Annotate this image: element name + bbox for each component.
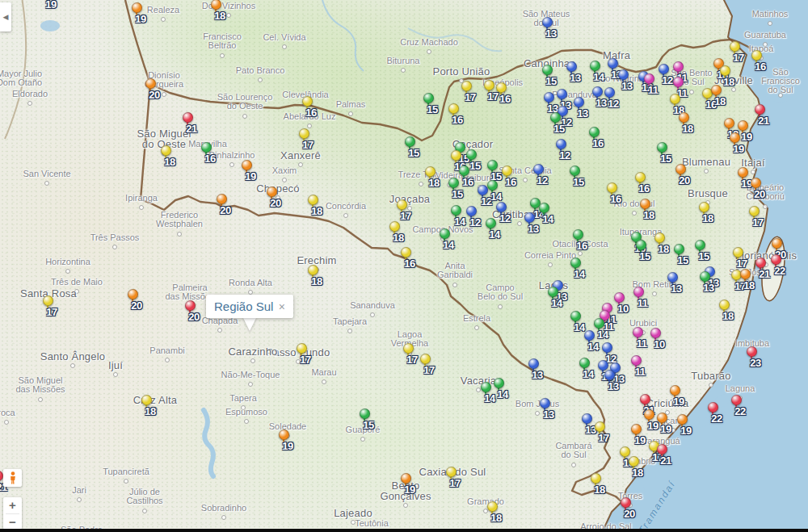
marker-ball-icon <box>308 265 318 275</box>
marker-ball-icon <box>360 408 370 419</box>
marker-ball-icon <box>719 300 730 310</box>
marker-ball-icon <box>673 61 684 72</box>
marker-temperature-value: 13 <box>564 72 587 84</box>
marker-temperature-value: 19 <box>675 425 697 437</box>
marker-temperature-value: 18 <box>158 156 181 168</box>
marker-temperature-value: 15 <box>671 254 694 266</box>
marker-ball-icon <box>43 295 53 306</box>
marker-temperature-value: 21 <box>180 123 203 135</box>
marker-ball-icon <box>644 409 654 420</box>
marker-temperature-value: 16 <box>494 93 516 105</box>
marker-ball-icon <box>570 258 581 268</box>
marker-ball-icon <box>548 287 558 297</box>
marker-ball-icon <box>297 343 307 354</box>
marker-temperature-value: 16 <box>749 61 772 73</box>
marker-ball-icon <box>397 199 407 210</box>
marker-temperature-value: 17 <box>444 477 466 489</box>
marker-temperature-value: 15 <box>548 123 570 135</box>
marker-ball-icon <box>636 240 646 250</box>
marker-temperature-value: 19 <box>129 13 152 25</box>
marker-temperature-value: 20 <box>214 204 237 216</box>
marker-ball-icon <box>242 160 252 170</box>
marker-ball-icon <box>217 194 227 204</box>
marker-ball-icon <box>448 178 459 188</box>
marker-temperature-value: 20 <box>125 300 148 312</box>
collapse-panel-button[interactable]: ◀ <box>0 2 11 31</box>
pegman-button[interactable] <box>3 469 22 487</box>
marker-ball-icon <box>420 354 431 364</box>
marker-temperature-value: 22 <box>768 265 791 277</box>
marker-ball-icon <box>405 136 415 147</box>
marker-ball-icon <box>496 82 507 93</box>
marker-temperature-value: 20 <box>673 174 696 186</box>
marker-ball-icon <box>659 64 669 74</box>
marker-ball-icon <box>542 65 553 75</box>
marker-temperature-value: 14 <box>591 329 614 341</box>
marker-temperature-value: 18 <box>208 10 231 22</box>
marker-ball-icon <box>401 247 411 258</box>
marker-temperature-value: 13 <box>540 27 562 40</box>
zoom-in-button[interactable]: + <box>3 497 22 513</box>
marker-ball-icon <box>604 370 615 380</box>
marker-temperature-value: 20 <box>143 89 166 101</box>
marker-ball-icon <box>740 269 751 279</box>
marker-ball-icon <box>161 145 171 156</box>
marker-temperature-value: 14 <box>568 268 591 280</box>
marker-temperature-value: 16 <box>499 176 522 188</box>
marker-ball-icon <box>621 497 631 508</box>
marker-temperature-value: 18 <box>423 177 445 189</box>
marker-ball-icon <box>730 132 740 143</box>
bottom-black-bar <box>0 529 808 532</box>
marker-ball-icon <box>592 86 603 97</box>
marker-temperature-value: 18 <box>305 275 328 287</box>
marker-ball-icon <box>608 58 618 69</box>
marker-temperature-value: 22 <box>729 405 751 417</box>
marker-ball-icon <box>755 258 766 268</box>
marker-temperature-value: 17 <box>394 210 417 222</box>
marker-ball-icon <box>425 166 436 177</box>
marker-ball-icon <box>183 112 193 123</box>
zoom-out-button[interactable]: − <box>3 514 22 530</box>
marker-temperature-value: 16 <box>457 176 479 188</box>
marker-ball-icon <box>657 142 667 153</box>
marker-ball-icon <box>675 164 686 174</box>
marker-temperature-value: 12 <box>494 212 516 224</box>
marker-temperature-value: 19 <box>40 0 62 10</box>
marker-ball-icon <box>550 112 561 123</box>
marker-temperature-value: 19 <box>727 143 750 155</box>
marker-ball-icon <box>731 395 742 405</box>
marker-ball-icon <box>674 244 684 254</box>
marker-temperature-value: 18 <box>588 484 611 496</box>
marker-ball-icon <box>544 92 554 103</box>
marker-ball-icon <box>679 112 689 123</box>
close-icon[interactable]: × <box>274 301 285 312</box>
marker-ball-icon <box>279 429 289 440</box>
marker-temperature-value: 19 <box>667 396 690 408</box>
marker-ball-icon <box>557 89 567 99</box>
marker-temperature-value: 18 <box>387 232 410 244</box>
marker-temperature-value: 17 <box>730 258 753 270</box>
marker-ball-icon <box>459 165 469 176</box>
marker-temperature-value: 12 <box>602 98 625 110</box>
marker-ball-icon <box>484 80 494 90</box>
marker-temperature-value: 19 <box>239 170 262 182</box>
marker-ball-icon <box>423 93 434 103</box>
marker-ball-icon <box>573 229 583 240</box>
marker-ball-icon <box>466 149 477 160</box>
marker-ball-icon <box>589 127 600 137</box>
marker-ball-icon <box>594 318 604 329</box>
marker-ball-icon <box>528 358 539 369</box>
marker-temperature-value: 15 <box>692 250 715 262</box>
marker-temperature-value: 14 <box>437 239 460 251</box>
marker-ball-icon <box>582 413 592 424</box>
marker-ball-icon <box>579 358 590 368</box>
marker-temperature-value: 16 <box>300 107 322 119</box>
marker-temperature-value: 18 <box>305 205 328 217</box>
marker-ball-icon <box>132 2 142 13</box>
marker-ball-icon <box>738 120 748 131</box>
map-canvas[interactable]: RealezaDois VizinhosFrancisco BeltrãoPat… <box>0 0 808 532</box>
marker-temperature-value: 16 <box>570 240 593 252</box>
marker-temperature-value: 18 <box>676 123 699 135</box>
marker-temperature-value: 15 <box>402 147 425 159</box>
marker-temperature-value: 20 <box>264 197 287 209</box>
